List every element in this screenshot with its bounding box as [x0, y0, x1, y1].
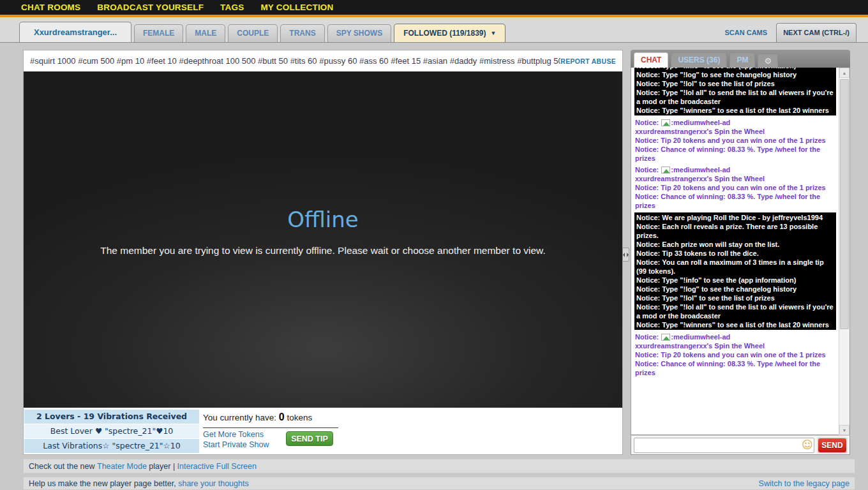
token-count: 0 [279, 412, 285, 422]
chat-notice-line: Notice: Type "!lol all" to send the list… [636, 88, 834, 106]
feedback-strip: Help us make the new player page better,… [23, 477, 855, 490]
legacy-page-link[interactable]: Switch to the legacy page [759, 479, 849, 488]
theater-suffix: player [149, 462, 170, 471]
start-private-show-link[interactable]: Start Private Show [203, 440, 269, 450]
chat-messages: Notice: Type "!info" to see the (app inf… [631, 68, 850, 435]
feedback-prefix: Help us make the new player page better, [29, 479, 176, 488]
broken-image-icon [661, 334, 670, 341]
last-vibrations-row: Last Vibrations☆ "spectre_21"☆10 [24, 439, 199, 453]
emoji-icon[interactable]: ☺ [801, 440, 814, 450]
chat-notice-line: Notice: Type "!lol" to see the list of p… [636, 293, 834, 302]
next-cam-button[interactable]: NEXT CAM (CTRL-/) [776, 23, 857, 42]
chat-notice-line: Notice: :mediumwheel-ad [635, 165, 835, 174]
interactive-fullscreen-link[interactable]: Interactive Full Screen [177, 462, 257, 471]
chat-notice-line: Notice: Each roll reveals a prize. There… [636, 222, 834, 240]
resize-arrows-icon [623, 253, 629, 257]
theater-mode-strip: Check out the new Theater Mode player | … [23, 459, 855, 473]
scroll-down-arrow[interactable]: ▼ [839, 425, 849, 435]
hashtag-row: #squirt 1000 #cum 500 #pm 10 #feet 10 #d… [24, 50, 622, 71]
chevron-down-icon: ▼ [491, 30, 497, 36]
tab-pm[interactable]: PM [730, 52, 755, 68]
tab-trans[interactable]: TRANS [280, 24, 324, 42]
chat-notice-block: Notice: We are playing Roll the Dice - b… [634, 212, 836, 330]
player-footer: 2 Lovers - 19 Vibrations Received Best L… [24, 408, 622, 454]
broken-image-icon [661, 167, 670, 174]
chat-notice-line: Notice: Tip 20 tokens and you can win on… [635, 183, 835, 192]
chat-notice-line: Notice: Chance of winning: 08.33 %. Type… [635, 145, 835, 163]
token-balance: You currently have: 0 tokens [203, 412, 338, 428]
chat-notice-line: xxurdreamstrangerxx's Spin the Wheel [635, 174, 835, 183]
chat-notice-line: Notice: Chance of winning: 08.33 %. Type… [635, 359, 835, 377]
tab-followed[interactable]: FOLLOWED (119/1839) ▼ [394, 24, 505, 42]
tab-male[interactable]: MALE [186, 24, 225, 42]
video-area: Offline The member you are trying to vie… [24, 71, 622, 408]
scan-cams-link[interactable]: SCAN CAMS [725, 29, 768, 42]
nav-my-collection[interactable]: MY COLLECTION [260, 3, 333, 12]
chat-wheel-block: Notice: :mediumwheel-adxxurdreamstranger… [634, 332, 836, 377]
nav-tags[interactable]: TAGS [220, 3, 244, 12]
best-lover-row: Best Lover ♥ "spectre_21"♥10 [24, 424, 199, 438]
chat-notice-line: Notice: We are playing Roll the Dice - b… [636, 213, 834, 222]
chat-notice-line: Notice: Tip 20 tokens and you can win on… [635, 136, 835, 145]
gear-icon[interactable]: ⚙ [758, 54, 778, 68]
top-nav: CHAT ROOMS BROADCAST YOURSELF TAGS MY CO… [0, 0, 868, 15]
vibrations-stats: 2 Lovers - 19 Vibrations Received Best L… [24, 410, 199, 454]
tab-female[interactable]: FEMALE [134, 24, 183, 42]
chat-notice-line: Notice: Tip 33 tokens to roll the dice. [636, 249, 834, 258]
tab-strip: Xxurdreamstranger... FEMALE MALE COUPLE … [0, 17, 868, 43]
chat-notice-line: Notice: Type "!winners" to see a list of… [636, 106, 834, 115]
chat-notice-line: Notice: Type "!lol all" to send the list… [636, 302, 834, 320]
report-abuse-link[interactable]: REPORT ABUSE [560, 57, 616, 65]
scroll-thumb[interactable] [840, 79, 849, 329]
send-tip-button[interactable]: SEND TIP [286, 431, 333, 446]
chat-notice-line: Notice: Type "!log" to see the changelog… [636, 70, 834, 79]
chat-notice-line: Notice: Type "!info" to see the (app inf… [636, 276, 834, 285]
offline-title: Offline [287, 207, 359, 232]
token-unit: tokens [287, 413, 313, 422]
chat-notice-line: Notice: :mediumwheel-ad [635, 332, 835, 341]
tab-followed-label: FOLLOWED (119/1839) [403, 29, 486, 38]
nav-broadcast-yourself[interactable]: BROADCAST YOURSELF [97, 3, 204, 12]
chat-input-row: ☺ SEND [631, 435, 850, 455]
tab-users[interactable]: USERS (36) [671, 52, 727, 68]
theater-prefix: Check out the new [29, 462, 95, 471]
chat-notice-line: Notice: :mediumwheel-ad [635, 118, 835, 127]
chat-panel: CHAT USERS (36) PM ⚙ Notice: Type "!info… [631, 50, 850, 455]
scroll-up-arrow[interactable]: ▲ [839, 68, 849, 78]
broken-image-icon [661, 119, 670, 126]
chat-notice-line: Notice: Type "!winners" to see a list of… [636, 320, 834, 329]
chat-wheel-block: Notice: :mediumwheel-adxxurdreamstranger… [634, 165, 836, 210]
chat-wheel-block: Notice: :mediumwheel-adxxurdreamstranger… [634, 118, 836, 163]
tab-current-room[interactable]: Xxurdreamstranger... [19, 22, 131, 42]
tab-spy-shows[interactable]: SPY SHOWS [327, 24, 391, 42]
token-balance-label: You currently have: [203, 413, 276, 422]
player-panel: #squirt 1000 #cum 500 #pm 10 #feet 10 #d… [23, 50, 623, 455]
stats-summary-row: 2 Lovers - 19 Vibrations Received [24, 410, 199, 424]
chat-input[interactable] [634, 439, 801, 452]
share-thoughts-link[interactable]: share your thoughts [178, 479, 249, 488]
chat-notice-line: Notice: Chance of winning: 08.33 %. Type… [635, 192, 835, 210]
chat-scrollbar[interactable]: ▲ ▼ [839, 68, 849, 435]
chat-notice-block: Notice: Type "!info" to see the (app inf… [634, 68, 836, 115]
chat-tab-bar: CHAT USERS (36) PM ⚙ [631, 50, 850, 68]
chat-notice-line: Notice: Type "!log" to see the changelog… [636, 285, 834, 293]
chat-notice-line: Notice: Each prize won will stay on the … [636, 240, 834, 249]
chat-input-wrap: ☺ [634, 438, 814, 453]
theater-mode-link[interactable]: Theater Mode [97, 462, 147, 471]
room-hashtags[interactable]: #squirt 1000 #cum 500 #pm 10 #feet 10 #d… [30, 56, 560, 66]
get-more-tokens-link[interactable]: Get More Tokens [203, 429, 269, 440]
panel-resize-handle[interactable] [622, 248, 629, 262]
send-button[interactable]: SEND [818, 438, 847, 453]
chat-notice-line: xxurdreamstrangerxx's Spin the Wheel [635, 341, 835, 350]
chat-notice-line: Notice: Tip 20 tokens and you can win on… [635, 350, 835, 359]
nav-chat-rooms[interactable]: CHAT ROOMS [21, 3, 80, 12]
tab-couple[interactable]: COUPLE [228, 24, 278, 42]
chat-notice-line: Notice: You can roll a maximum of 3 time… [636, 258, 834, 276]
offline-message: The member you are trying to view is cur… [100, 245, 546, 256]
chat-notice-line: Notice: Type "!lol" to see the list of p… [636, 79, 834, 88]
tab-chat[interactable]: CHAT [634, 52, 668, 68]
chat-notice-line: xxurdreamstrangerxx's Spin the Wheel [635, 127, 835, 136]
